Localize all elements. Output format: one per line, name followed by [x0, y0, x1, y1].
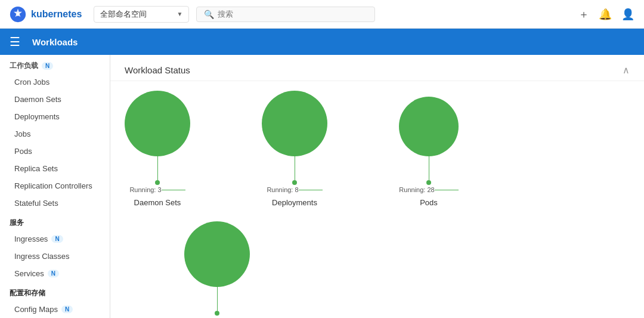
hamburger-icon[interactable]: ☰ — [10, 35, 20, 49]
logo-area: kubernetes — [10, 6, 82, 23]
chart-pods: Running: 28 Pods — [399, 97, 459, 207]
hline-daemonsets — [162, 190, 185, 190]
chart-label-daemonsets: Daemon Sets — [134, 198, 181, 207]
sidebar-item-replicationcontrollers[interactable]: Replication Controllers — [0, 177, 110, 194]
namespace-text: 全部命名空间 — [100, 9, 174, 20]
circle-chart-deployments: Running: 8 — [262, 91, 327, 193]
line-daemonsets — [157, 156, 158, 180]
collapse-icon[interactable]: ∧ — [623, 64, 630, 76]
search-icon: 🔍 — [204, 10, 214, 19]
account-icon[interactable]: 👤 — [621, 8, 634, 21]
circle-chart-daemonsets: Running: 3 — [125, 91, 190, 193]
line-deployments — [295, 156, 295, 180]
dot-pods — [426, 180, 431, 185]
sidebar-item-pods[interactable]: Pods — [0, 143, 110, 160]
running-label-daemonsets: Running: 3 — [129, 186, 161, 193]
chart-deployments: Running: 8 Deployments — [262, 91, 327, 207]
sidebar-item-ingresses[interactable]: Ingresses N — [0, 230, 110, 248]
dot-replicasets — [215, 311, 219, 316]
charts-row-2: Running: 8 Replica Sets — [125, 221, 630, 318]
hline-pods — [435, 190, 459, 190]
sidebar-item-deployments[interactable]: Deployments — [0, 108, 110, 125]
sidebar-workload-label: 工作负载 — [10, 61, 38, 71]
sidebar-section-workload[interactable]: 工作负载 N — [0, 55, 110, 73]
svg-point-1 — [16, 13, 19, 16]
services-badge: N — [48, 270, 59, 277]
sidebar-section-config: 配置和存储 — [0, 282, 110, 301]
circle-chart-pods: Running: 28 — [399, 97, 459, 193]
top-nav: kubernetes 全部命名空间 ▼ 🔍 ＋ 🔔 👤 — [0, 0, 644, 29]
nav-icons: ＋ 🔔 👤 — [578, 7, 634, 21]
circle-daemonsets — [125, 91, 190, 156]
sidebar: 工作负载 N Cron Jobs Daemon Sets Deployments… — [0, 55, 110, 318]
charts-row-1: Running: 3 Daemon Sets — [125, 91, 630, 207]
sub-nav-title: Workloads — [32, 37, 78, 47]
chart-label-pods: Pods — [420, 198, 438, 207]
workload-status-header: Workload Status ∧ — [110, 55, 644, 81]
sub-nav: ☰ Workloads — [0, 29, 644, 55]
add-icon[interactable]: ＋ — [578, 7, 589, 21]
running-label-deployments: Running: 8 — [267, 186, 298, 193]
configmaps-badge: N — [61, 305, 73, 313]
kubernetes-logo-icon — [10, 6, 26, 23]
sidebar-item-statefulsets[interactable]: Stateful Sets — [0, 194, 110, 212]
hline-deployments — [299, 190, 323, 190]
logo-text: kubernetes — [31, 9, 82, 20]
circle-replicasets — [184, 221, 250, 287]
ingresses-badge: N — [51, 235, 63, 243]
main-content: Workload Status ∧ Running: 3 — [110, 55, 644, 318]
chevron-down-icon: ▼ — [177, 11, 182, 17]
circle-pods — [399, 97, 459, 156]
line-pods — [429, 156, 429, 180]
main-layout: 工作负载 N Cron Jobs Daemon Sets Deployments… — [0, 55, 644, 318]
sidebar-section-service: 服务 — [0, 212, 110, 230]
namespace-selector[interactable]: 全部命名空间 ▼ — [94, 6, 189, 23]
search-box[interactable]: 🔍 — [196, 7, 375, 22]
line-replicasets — [217, 287, 218, 311]
dot-deployments — [292, 180, 297, 185]
chart-daemonsets: Running: 3 Daemon Sets — [125, 91, 190, 207]
dot-daemonsets — [155, 180, 160, 185]
running-label-pods: Running: 28 — [399, 186, 434, 193]
sidebar-item-configmaps[interactable]: Config Maps N — [0, 301, 110, 318]
bell-icon[interactable]: 🔔 — [599, 8, 612, 21]
charts-area: Running: 3 Daemon Sets — [110, 81, 644, 318]
sidebar-item-services[interactable]: Services N — [0, 265, 110, 282]
sidebar-item-cronjobs[interactable]: Cron Jobs — [0, 73, 110, 91]
workload-status-title: Workload Status — [125, 65, 190, 75]
sidebar-item-replicasets[interactable]: Replica Sets — [0, 160, 110, 177]
sidebar-item-jobs[interactable]: Jobs — [0, 125, 110, 143]
search-input[interactable] — [218, 10, 367, 18]
chart-label-deployments: Deployments — [272, 198, 317, 207]
chart-replicasets: Running: 8 Replica Sets — [184, 221, 250, 318]
sidebar-workload-badge: N — [42, 62, 53, 70]
sidebar-item-daemonsets[interactable]: Daemon Sets — [0, 91, 110, 108]
sidebar-item-ingressclasses[interactable]: Ingress Classes — [0, 248, 110, 265]
circle-chart-replicasets: Running: 8 — [184, 221, 250, 318]
circle-deployments — [262, 91, 327, 156]
